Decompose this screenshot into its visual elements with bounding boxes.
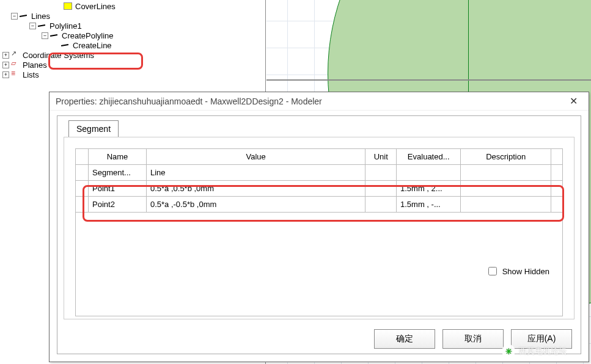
tree-item-lists[interactable]: + Lists: [0, 70, 265, 79]
table-header-row: Name Value Unit Evaluated... Description: [76, 149, 563, 165]
tab-segment[interactable]: Segment: [68, 120, 119, 137]
rect-icon: [64, 2, 72, 10]
tree-label: CreatePolyline: [61, 31, 115, 40]
cell-name[interactable]: Point1: [89, 181, 147, 197]
line-icon: [38, 22, 46, 29]
tab-strip: Segment: [68, 115, 119, 131]
tree-item-polyline1[interactable]: − Polyline1: [0, 21, 265, 31]
cell-eval[interactable]: [396, 165, 460, 181]
expand-icon[interactable]: +: [2, 62, 9, 68]
col-unit[interactable]: Unit: [365, 149, 397, 165]
cell-value[interactable]: 0.5*a ,0.5*b ,0mm: [146, 181, 365, 197]
row-handle[interactable]: [76, 165, 89, 181]
cell-desc[interactable]: [461, 165, 551, 181]
canvas-divider: [266, 79, 591, 81]
dialog-title: Properties: zhijiecanshuhuajianmoaedt - …: [56, 96, 564, 106]
table-row[interactable]: Point2 0.5*a ,-0.5*b ,0mm 1.5mm , -...: [76, 197, 563, 213]
line-icon: [20, 12, 28, 20]
col-eval[interactable]: Evaluated...: [396, 149, 460, 165]
expand-icon[interactable]: +: [2, 71, 9, 78]
col-name[interactable]: Name: [89, 149, 147, 165]
tree-label: Planes: [21, 60, 48, 70]
tree-label: CoverLines: [74, 2, 117, 11]
tree-item-createline[interactable]: CreateLine: [0, 40, 265, 50]
tree-label: Polyline1: [48, 21, 83, 31]
collapse-icon[interactable]: −: [11, 13, 18, 20]
close-icon[interactable]: ✕: [564, 95, 582, 107]
cell-desc[interactable]: [461, 197, 551, 213]
cell-name[interactable]: Segment...: [89, 165, 147, 181]
expand-icon[interactable]: +: [2, 52, 9, 59]
tree-item-createpolyline[interactable]: − CreatePolyline: [0, 31, 265, 40]
cell-eval[interactable]: 1.5mm , -...: [396, 197, 460, 213]
col-spacer: [551, 149, 562, 165]
table-empty-area: [75, 213, 563, 316]
show-hidden-checkbox[interactable]: Show Hidden: [486, 265, 549, 277]
cell-desc[interactable]: [461, 181, 551, 197]
apply-button[interactable]: 应用(A): [511, 329, 572, 349]
row-handle[interactable]: [76, 181, 89, 197]
cancel-button[interactable]: 取消: [442, 329, 504, 349]
tree-label: CreateLine: [72, 41, 113, 50]
table-row[interactable]: Point1 0.5*a ,0.5*b ,0mm 1.5mm , 2...: [76, 181, 563, 197]
line-icon: [50, 32, 59, 39]
tab-content: Name Value Unit Evaluated... Description…: [64, 137, 574, 319]
tree-item-lines[interactable]: − Lines: [0, 11, 265, 21]
cell-value[interactable]: 0.5*a ,-0.5*b ,0mm: [146, 197, 365, 213]
row-handle[interactable]: [76, 197, 89, 213]
cell-unit[interactable]: [365, 197, 397, 213]
collapse-icon[interactable]: −: [42, 32, 48, 39]
collapse-icon[interactable]: −: [29, 23, 36, 29]
cell-unit[interactable]: [365, 165, 397, 181]
cell-unit[interactable]: [365, 181, 397, 197]
col-desc[interactable]: Description: [461, 149, 551, 165]
axis-icon: [11, 51, 20, 59]
tree-label: Lists: [21, 70, 40, 79]
show-hidden-input[interactable]: [488, 267, 497, 275]
ok-button[interactable]: 确定: [374, 329, 435, 349]
line-icon: [61, 42, 70, 49]
tree-item-coverlines[interactable]: CoverLines: [0, 1, 265, 11]
table-row[interactable]: Segment... Line: [76, 165, 563, 181]
properties-dialog: Properties: zhijiecanshuhuajianmoaedt - …: [49, 92, 589, 362]
cell-value[interactable]: Line: [146, 165, 365, 181]
tree-label: Lines: [30, 12, 51, 21]
show-hidden-label: Show Hidden: [502, 267, 549, 276]
properties-table[interactable]: Name Value Unit Evaluated... Description…: [75, 148, 563, 213]
tree-item-planes[interactable]: + Planes: [0, 60, 265, 70]
dialog-titlebar[interactable]: Properties: zhijiecanshuhuajianmoaedt - …: [50, 92, 589, 111]
tree-item-coord[interactable]: + Coordinate Systems: [0, 50, 265, 60]
row-handle-header: [76, 149, 89, 165]
cell-name[interactable]: Point2: [89, 197, 147, 213]
col-value[interactable]: Value: [146, 149, 365, 165]
planes-icon: [11, 61, 20, 68]
dialog-body: Segment Name Value Unit Evaluated... Des…: [57, 115, 581, 354]
tree-label: Coordinate Systems: [21, 51, 95, 60]
dialog-buttons: 确定 取消 应用(A): [374, 329, 572, 349]
cell-eval[interactable]: 1.5mm , 2...: [396, 181, 460, 197]
lists-icon: [11, 71, 20, 78]
